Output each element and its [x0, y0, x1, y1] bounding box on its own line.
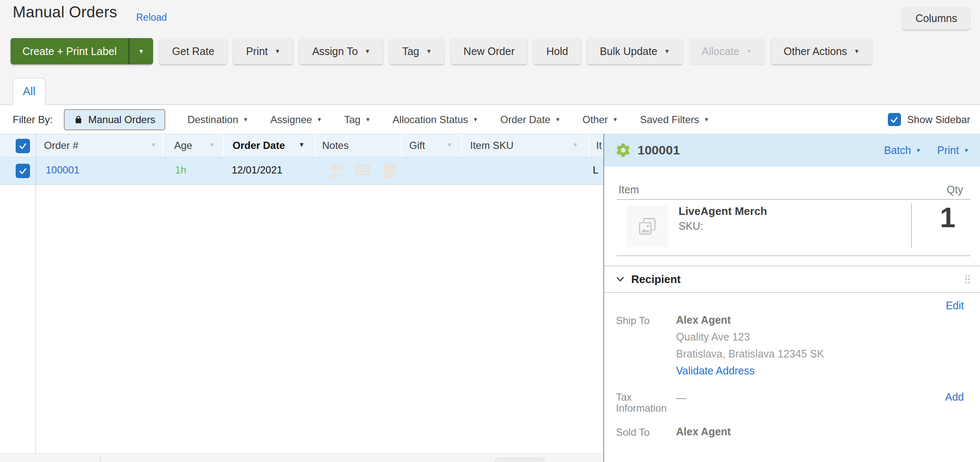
filter-allocation-status[interactable]: Allocation Status ▼	[393, 114, 479, 126]
sort-icon[interactable]: ▼	[446, 141, 452, 148]
sort-icon[interactable]: ▼	[298, 141, 305, 148]
col-header-notes[interactable]: Notes	[322, 140, 349, 151]
qty-divider	[911, 203, 912, 248]
ship-to-address-line1: Quality Ave 123	[676, 331, 750, 343]
item-qty: 1	[940, 201, 955, 234]
item-name: LiveAgent Merch	[679, 205, 767, 218]
allocate-label: Allocate	[702, 45, 739, 58]
chevron-down-icon[interactable]	[616, 276, 624, 282]
col-header-item-name-truncated[interactable]: It	[596, 140, 602, 151]
col-header-order-date[interactable]: Order Date	[233, 140, 285, 151]
internal-notes-icon[interactable]	[380, 161, 399, 180]
filter-order-date[interactable]: Order Date ▼	[500, 114, 561, 126]
items-col-qty: Qty	[947, 184, 963, 196]
filter-tag[interactable]: Tag ▼	[344, 114, 371, 126]
row-checkbox[interactable]	[16, 164, 30, 178]
tax-information-value: —	[676, 392, 686, 404]
other-actions-label: Other Actions	[784, 45, 847, 58]
sidebar-print-label: Print	[937, 144, 959, 157]
tag-label: Tag	[402, 45, 419, 58]
order-date-value: 12/01/2021	[232, 164, 282, 176]
checkbox-column-divider	[36, 134, 36, 454]
gear-icon[interactable]	[615, 142, 631, 158]
ship-to-name: Alex Agent	[676, 314, 731, 326]
print-button[interactable]: Print ▼	[233, 38, 293, 64]
allocate-button: Allocate ▼	[689, 38, 765, 64]
show-sidebar-toggle[interactable]: Show Sidebar	[888, 105, 970, 134]
chevron-down-icon: ▼	[854, 48, 860, 54]
items-bottom-rule	[617, 256, 971, 256]
sort-icon[interactable]: ▼	[151, 141, 156, 148]
sidebar-order-number: 100001	[638, 143, 680, 157]
assign-to-label: Assign To	[312, 45, 358, 58]
tag-filter-label: Tag	[344, 114, 361, 126]
ship-to-address-line2: Bratislava, Bratislava 12345 SK	[676, 348, 824, 360]
order-number-link[interactable]: 100001	[46, 164, 79, 176]
locked-filter-label: Manual Orders	[88, 114, 156, 126]
chevron-down-icon: ▼	[243, 117, 249, 122]
saved-filters-label: Saved Filters	[640, 114, 699, 126]
create-print-label-label: Create + Print Label	[11, 38, 129, 64]
col-header-order[interactable]: Order #	[44, 140, 78, 151]
filter-saved-filters[interactable]: Saved Filters ▼	[640, 114, 709, 126]
recipient-section-header[interactable]: Recipient	[604, 266, 980, 293]
get-rate-button[interactable]: Get Rate	[159, 38, 227, 64]
bulk-update-label: Bulk Update	[600, 45, 657, 58]
chevron-down-icon: ▼	[916, 148, 921, 153]
columns-button[interactable]: Columns	[903, 7, 970, 30]
chevron-down-icon: ▼	[613, 117, 618, 122]
tab-all-label: All	[23, 85, 36, 98]
col-header-item-sku[interactable]: Item SKU	[470, 140, 514, 151]
grid-footer	[0, 454, 603, 462]
ship-to-label: Ship To	[616, 315, 650, 327]
hold-button[interactable]: Hold	[534, 38, 580, 64]
sort-icon[interactable]: ▼	[209, 141, 215, 148]
footer-divider	[100, 457, 101, 462]
order-age: 1h	[175, 164, 186, 176]
show-sidebar-label: Show Sidebar	[907, 114, 970, 126]
show-sidebar-checkbox[interactable]	[888, 113, 901, 126]
drag-handle-icon[interactable]	[964, 274, 971, 284]
item-sku-label: SKU:	[679, 220, 703, 232]
column-separator	[461, 134, 462, 157]
validate-address-link[interactable]: Validate Address	[676, 365, 755, 377]
assign-to-button[interactable]: Assign To ▼	[299, 38, 383, 64]
locked-filter-chip[interactable]: Manual Orders	[64, 109, 166, 130]
tab-all[interactable]: All	[13, 78, 46, 105]
check-icon	[890, 116, 898, 124]
chevron-down-icon: ▼	[704, 117, 709, 122]
sold-to-label: Sold To	[616, 426, 650, 438]
filter-bar: Filter By: Manual Orders Destination ▼ A…	[0, 105, 980, 134]
filter-other[interactable]: Other ▼	[583, 114, 618, 126]
new-order-button[interactable]: New Order	[451, 38, 527, 64]
sort-icon[interactable]: ▼	[572, 141, 578, 148]
items-col-item: Item	[619, 184, 639, 196]
other-actions-button[interactable]: Other Actions ▼	[771, 38, 873, 64]
print-dropdown[interactable]: Print ▼	[937, 144, 969, 157]
order-row[interactable]: 100001 1h 12/01/2021 L	[0, 157, 603, 185]
create-print-label-button[interactable]: Create + Print Label ▼	[11, 38, 153, 64]
batch-dropdown[interactable]: Batch ▼	[884, 144, 921, 157]
filter-assignee[interactable]: Assignee ▼	[270, 114, 322, 126]
footer-button-partial[interactable]	[495, 458, 545, 462]
note-to-buyer-icon[interactable]	[353, 161, 372, 180]
select-all-checkbox[interactable]	[16, 139, 30, 153]
orders-table-header: Order # ▼ Age ▼ Order Date ▼ Notes Gift …	[0, 134, 603, 157]
chevron-down-icon: ▼	[317, 117, 322, 122]
page-header: Manual Orders Reload Columns Create + Pr…	[0, 0, 980, 105]
chevron-down-icon[interactable]: ▼	[129, 38, 153, 64]
add-tax-information-link[interactable]: Add	[945, 391, 964, 403]
order-detail-sidebar: 100001 Batch ▼ Print ▼ Item Qty	[603, 134, 980, 462]
edit-recipient-link[interactable]: Edit	[946, 300, 964, 312]
filter-destination[interactable]: Destination ▼	[187, 114, 248, 126]
item-name-truncated: L	[593, 164, 598, 176]
col-header-age[interactable]: Age	[174, 140, 192, 151]
bulk-update-button[interactable]: Bulk Update ▼	[587, 38, 683, 64]
sold-to-value: Alex Agent	[676, 426, 731, 438]
tag-button[interactable]: Tag ▼	[389, 38, 444, 64]
buyer-note-icon[interactable]	[327, 161, 346, 180]
reload-link[interactable]: Reload	[136, 12, 167, 23]
column-separator	[401, 134, 402, 157]
col-header-gift[interactable]: Gift	[409, 140, 425, 151]
lock-icon	[74, 115, 83, 124]
